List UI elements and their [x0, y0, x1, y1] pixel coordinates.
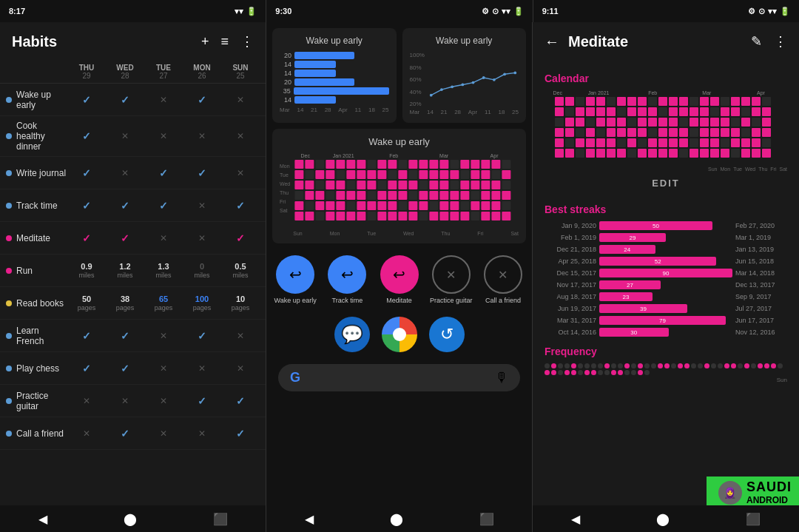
- svg-rect-208: [658, 128, 667, 137]
- list-item[interactable]: Learn French ✓ ✓ ✕ ✓ ✕: [0, 320, 266, 352]
- svg-rect-132: [482, 212, 490, 220]
- list-item[interactable]: Call a friend ✕ ✓ ✕ ✕ ✓: [0, 417, 266, 450]
- svg-rect-116: [316, 212, 325, 220]
- svg-rect-125: [409, 212, 418, 220]
- frequency-dot: [658, 363, 663, 368]
- nav-recent-button[interactable]: ⬛: [213, 512, 228, 526]
- svg-rect-67: [461, 181, 470, 189]
- shortcut-wake-up-early[interactable]: ↩ Wake up early: [272, 255, 318, 305]
- svg-rect-172: [721, 107, 729, 116]
- nav-home-button[interactable]: ⬤: [124, 512, 137, 526]
- streak-row: Jan 9, 2020 50 Feb 27, 2020: [545, 221, 787, 230]
- svg-rect-77: [347, 191, 356, 200]
- svg-rect-181: [596, 118, 605, 127]
- list-item[interactable]: Read books 50pages 38pages 65pages 100pa…: [0, 287, 266, 320]
- svg-rect-73: [306, 191, 314, 200]
- svg-rect-89: [471, 191, 480, 200]
- list-item[interactable]: Play chess ✓ ✓ ✕ ✕ ✕: [0, 352, 266, 385]
- line-chart-dates: Mar142128Apr111825: [410, 109, 519, 115]
- svg-rect-103: [399, 201, 408, 210]
- nav-home-button-right[interactable]: ⬤: [656, 512, 670, 526]
- svg-rect-237: [741, 138, 750, 147]
- svg-point-4: [472, 81, 475, 84]
- svg-rect-115: [306, 212, 314, 220]
- nav-recent-button-mid[interactable]: ⬛: [479, 512, 494, 526]
- svg-rect-228: [648, 138, 657, 147]
- shortcut-call-friend[interactable]: ✕ Call a friend: [480, 255, 526, 305]
- heatmap-svg: .hd { fill: #2a2a2a; } .hf { fill: #e91e…: [293, 160, 519, 226]
- streak-row: Oct 14, 2016 30 Nov 12, 2016: [545, 328, 787, 337]
- edit-button[interactable]: EDIT: [545, 172, 787, 195]
- streak-row: Dec 15, 2017 90 Mar 14, 2018: [545, 269, 787, 277]
- svg-rect-126: [419, 212, 428, 220]
- svg-point-6: [493, 78, 496, 81]
- nav-back-button-mid[interactable]: ◀: [305, 512, 314, 526]
- svg-point-2: [451, 85, 454, 88]
- svg-rect-220: [565, 138, 574, 147]
- frequency-dot: [604, 370, 610, 375]
- frequency-dot: [744, 363, 749, 368]
- svg-rect-162: [617, 107, 626, 116]
- svg-rect-45: [451, 170, 459, 179]
- list-item[interactable]: Write journal ✓ ✕ ✓ ✓ ✕: [0, 157, 266, 189]
- list-item[interactable]: Track time ✓ ✓ ✓ ✕ ✓: [0, 189, 266, 222]
- shortcut-practice-guitar[interactable]: ✕ Practice guitar: [428, 255, 474, 305]
- messages-app-icon[interactable]: 💬: [334, 317, 370, 352]
- frequency-dot: [618, 363, 623, 368]
- right-panel-header: ← Meditate ✎ ⋮: [533, 22, 799, 61]
- nav-recent-button-right[interactable]: ⬛: [746, 512, 761, 526]
- shortcut-track-time[interactable]: ↩ Track time: [324, 255, 370, 305]
- list-item[interactable]: Practice guitar ✕ ✕ ✕ ✓ ✓: [0, 385, 266, 417]
- habit-color-dot: [6, 333, 12, 339]
- svg-rect-62: [409, 181, 418, 189]
- svg-rect-171: [710, 107, 719, 116]
- habit-color-dot: [6, 268, 12, 274]
- shortcut-label-meditate: Meditate: [386, 297, 412, 305]
- svg-rect-121: [368, 212, 377, 220]
- svg-rect-18: [388, 160, 397, 169]
- list-item[interactable]: Meditate ✓ ✓ ✕ ✕ ✓: [0, 222, 266, 255]
- list-item[interactable]: Run 0.9miles 1.2miles 1.3miles 0miles 0.…: [0, 255, 266, 287]
- svg-rect-200: [576, 128, 584, 137]
- add-habit-button[interactable]: +: [201, 34, 209, 50]
- svg-rect-177: [555, 118, 564, 127]
- google-search-bar[interactable]: G 🎙: [278, 364, 520, 391]
- frequency-title: Frequency: [545, 346, 787, 357]
- status-bar-left: 8:17 ▾▾ 🔋: [0, 0, 266, 22]
- refresh-app-icon[interactable]: ↺: [429, 317, 465, 352]
- nav-back-button-right[interactable]: ◀: [571, 512, 580, 526]
- list-item[interactable]: Cook healthy dinner ✓ ✕ ✕ ✕ ✕: [0, 116, 266, 157]
- svg-rect-191: [700, 118, 709, 127]
- edit-icon[interactable]: ✎: [751, 33, 762, 50]
- svg-rect-43: [430, 170, 439, 179]
- frequency-dot: [778, 363, 783, 368]
- streak-row: Mar 31, 2017 79 Jun 17, 2017: [545, 316, 787, 325]
- svg-rect-110: [471, 201, 480, 210]
- shortcut-meditate[interactable]: ↩ Meditate: [376, 255, 422, 305]
- chrome-app-icon[interactable]: [382, 317, 417, 352]
- svg-rect-226: [627, 138, 636, 147]
- frequency-dot: [604, 363, 610, 368]
- svg-rect-232: [690, 138, 698, 147]
- svg-rect-207: [648, 128, 657, 137]
- frequency-dot: [611, 370, 616, 375]
- svg-rect-96: [326, 201, 335, 210]
- svg-rect-34: [337, 170, 345, 179]
- filter-button[interactable]: ≡: [220, 34, 229, 50]
- more-options-button[interactable]: ⋮: [240, 33, 254, 50]
- svg-rect-246: [617, 149, 626, 158]
- time-right: 9:11: [542, 7, 559, 16]
- nav-back-button[interactable]: ◀: [38, 512, 47, 526]
- svg-rect-233: [700, 138, 709, 147]
- back-button[interactable]: ←: [545, 33, 559, 50]
- nav-home-button-mid[interactable]: ⬤: [390, 512, 403, 526]
- more-options-right-button[interactable]: ⋮: [774, 33, 787, 50]
- habit-color-dot: [6, 97, 12, 103]
- svg-rect-94: [306, 201, 314, 210]
- best-streaks-section: Best streaks Jan 9, 2020 50 Feb 27, 2020…: [545, 203, 787, 337]
- svg-rect-91: [492, 191, 501, 200]
- frequency-dot: [664, 363, 670, 368]
- svg-rect-211: [690, 128, 698, 137]
- list-item[interactable]: Wake up early ✓ ✓ ✕ ✓ ✕: [0, 84, 266, 116]
- svg-rect-129: [451, 212, 459, 220]
